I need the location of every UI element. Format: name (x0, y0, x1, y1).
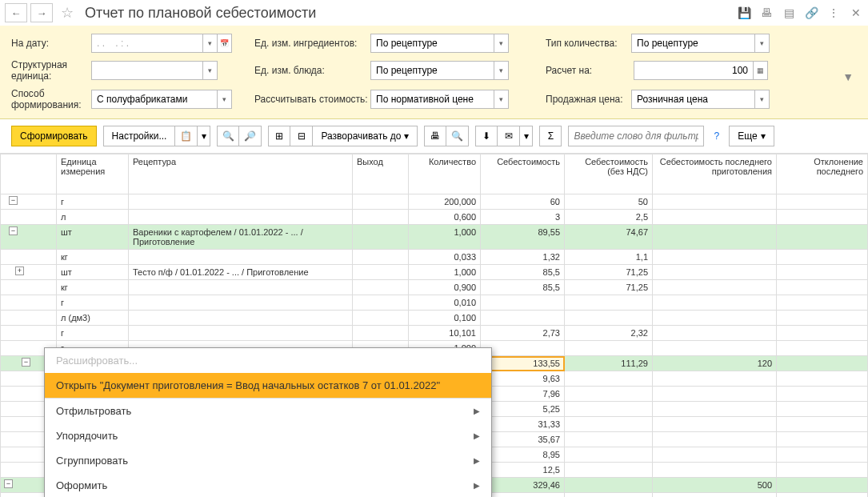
dish-unit-dropdown[interactable]: ▾ (494, 61, 509, 80)
deviation-cell (777, 387, 868, 402)
table-row[interactable]: − г 200,000 60 50 (1, 194, 868, 210)
calc-calculator-button[interactable]: ▦ (754, 61, 768, 80)
table-row[interactable]: кг 0,900 85,5 71,25 (1, 280, 868, 295)
date-input[interactable] (91, 34, 203, 53)
cost-last-cell (653, 295, 777, 311)
ingr-unit-input[interactable] (370, 34, 494, 53)
page-title: Отчет по плановой себестоимости (82, 5, 734, 22)
table-row[interactable]: г 0,010 (1, 295, 868, 311)
cost-last-header[interactable]: Себестоимость последнего приготовления (653, 154, 777, 194)
cost-cell: 60 (481, 194, 565, 210)
cost-novat-cell (565, 447, 653, 463)
cost-cell: 133,55 (481, 356, 565, 371)
output-header[interactable]: Выход (353, 154, 409, 194)
filter-icon[interactable]: ▼ (842, 70, 854, 83)
variant-button[interactable]: 📋 (175, 126, 198, 146)
cost-novat-cell (565, 493, 653, 498)
cost-last-cell (653, 432, 777, 447)
cost-cell: 9,63 (481, 371, 565, 387)
cost-novat-header[interactable]: Себестоимость (без НДС) (565, 154, 653, 194)
cost-header[interactable]: Себестоимость (481, 154, 565, 194)
email-button[interactable]: ✉ (498, 126, 520, 146)
table-row[interactable]: + шт Тесто п/ф / 01.01.2022 - ... / Приг… (1, 265, 868, 280)
recipe-header[interactable]: Рецептура (129, 154, 353, 194)
unit-cell: шт (57, 225, 129, 250)
favorite-icon[interactable]: ☆ (59, 5, 75, 21)
calc-input[interactable] (634, 61, 754, 80)
header-row: Единица измерения Рецептура Выход Количе… (1, 154, 868, 194)
expand-to-button[interactable]: Разворачивать до ▾ (313, 126, 418, 146)
unit-header[interactable]: Единица измерения (57, 154, 129, 194)
preview-button[interactable]: 🔍 (446, 126, 469, 146)
struct-unit-dropdown[interactable]: ▾ (203, 61, 218, 80)
tree-toggle-icon[interactable]: − (4, 479, 13, 488)
table-row[interactable]: л 0,600 3 2,5 (1, 210, 868, 225)
deviation-cell (777, 371, 868, 387)
back-button[interactable]: ← (5, 3, 27, 22)
email-dropdown[interactable]: ▾ (520, 126, 533, 146)
table-row[interactable]: кг 0,033 1,32 1,1 (1, 250, 868, 265)
ingr-unit-dropdown[interactable]: ▾ (494, 34, 509, 53)
more-button[interactable]: Еще ▾ (729, 126, 774, 146)
unit-cell: шт (57, 265, 129, 280)
table-row[interactable]: − шт Вареники с картофелем / 01.01.2022 … (1, 225, 868, 250)
ctx-sort[interactable]: Упорядочить▶ (45, 423, 491, 448)
cost-last-cell (653, 341, 777, 356)
sum-button[interactable]: Σ (539, 126, 562, 146)
tree-toggle-icon[interactable]: − (9, 196, 18, 205)
tree-cell (1, 280, 57, 295)
collapse-all-button[interactable]: ⊟ (290, 126, 313, 146)
help-link[interactable]: ? (714, 130, 719, 142)
dish-unit-input[interactable] (370, 61, 494, 80)
deviation-header[interactable]: Отклонение последнего (777, 154, 868, 194)
cost-cell: 7,96 (481, 387, 565, 402)
qty-type-dropdown[interactable]: ▾ (755, 34, 770, 53)
table-row[interactable]: г 10,101 2,73 2,32 (1, 326, 868, 341)
cost-last-cell (653, 417, 777, 432)
document-icon[interactable]: ▤ (782, 6, 796, 20)
close-icon[interactable]: ✕ (849, 6, 863, 20)
ctx-format[interactable]: Оформить▶ (45, 473, 491, 497)
qty-cell: 10,101 (409, 326, 481, 341)
qty-cell: 0,900 (409, 280, 481, 295)
recipe-cell (129, 194, 353, 210)
deviation-cell (777, 417, 868, 432)
tree-toggle-icon[interactable]: + (15, 267, 24, 275)
tree-toggle-icon[interactable]: − (9, 226, 18, 235)
cost-calc-dropdown[interactable]: ▾ (494, 90, 509, 109)
date-calendar-button[interactable]: 📅 (218, 34, 232, 53)
cost-calc-input[interactable] (370, 90, 494, 109)
recipe-cell (129, 280, 353, 295)
save-icon[interactable]: 💾 (737, 6, 751, 20)
method-input[interactable] (91, 90, 218, 109)
settings-button[interactable]: Настройки... (103, 126, 176, 146)
save-file-button[interactable]: ⬇ (475, 126, 498, 146)
variant-dropdown[interactable]: ▾ (198, 126, 210, 146)
search-button[interactable]: 🔍 (217, 126, 239, 146)
price-dropdown[interactable]: ▾ (755, 90, 770, 109)
qty-type-input[interactable] (631, 34, 755, 53)
cost-last-cell (653, 447, 777, 463)
table-row[interactable]: л (дм3) 0,100 (1, 311, 868, 326)
expand-all-button[interactable]: ⊞ (268, 126, 290, 146)
method-dropdown[interactable]: ▾ (218, 90, 232, 109)
more-icon[interactable]: ⋮ (826, 6, 841, 20)
print-button[interactable]: 🖶 (424, 126, 446, 146)
tree-toggle-icon[interactable]: − (22, 358, 30, 367)
print-icon[interactable]: 🖶 (759, 6, 774, 20)
qty-header[interactable]: Количество (409, 154, 481, 194)
qty-type-label: Тип количества: (546, 38, 631, 49)
ctx-open-document[interactable]: Открыть "Документ приготовления = Ввод н… (45, 373, 491, 398)
forward-button[interactable]: → (30, 3, 53, 22)
date-dropdown-button[interactable]: ▾ (203, 34, 218, 53)
ctx-group[interactable]: Сгруппировать▶ (45, 448, 491, 473)
generate-button[interactable]: Сформировать (11, 126, 97, 146)
cost-novat-cell (565, 387, 653, 402)
struct-unit-input[interactable] (91, 61, 203, 80)
price-input[interactable] (631, 90, 755, 109)
filter-input[interactable] (568, 126, 704, 146)
link-icon[interactable]: 🔗 (804, 6, 818, 20)
cost-last-cell (653, 493, 777, 498)
ctx-filter[interactable]: Отфильтровать▶ (45, 399, 491, 423)
search-next-button[interactable]: 🔎 (239, 126, 262, 146)
